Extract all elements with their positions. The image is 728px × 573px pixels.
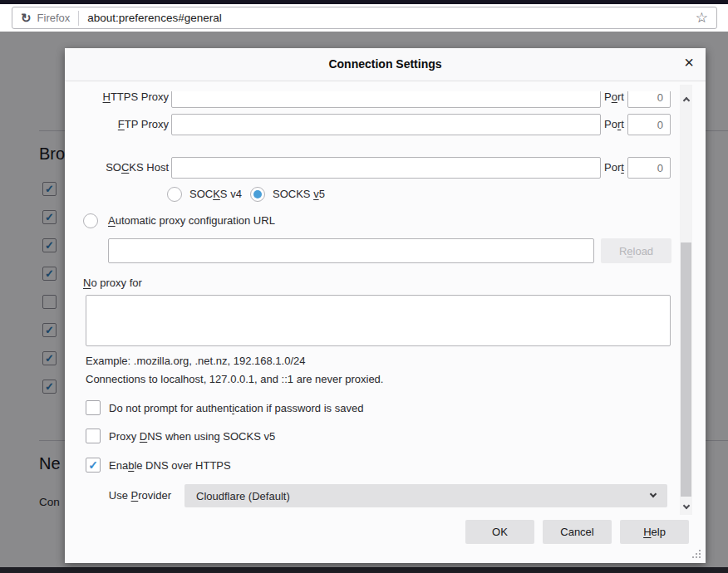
auto-proxy-radio[interactable] — [83, 213, 98, 228]
https-proxy-input[interactable] — [171, 91, 601, 108]
auth-prompt-checkbox[interactable] — [86, 400, 101, 415]
ftp-port-label: Port — [604, 114, 624, 135]
socks-v5-label[interactable]: SOCKS v5 — [273, 186, 325, 203]
url-text[interactable]: about:preferences#general — [87, 12, 695, 24]
socks-port-label: Port — [604, 157, 624, 179]
dns-provider-select[interactable]: Cloudflare (Default) — [184, 484, 667, 507]
ftp-proxy-label: FTP Proxy — [65, 114, 169, 135]
socks-host-row: SOCKS Host Port — [65, 157, 696, 179]
auth-prompt-label[interactable]: Do not prompt for authentication if pass… — [109, 400, 363, 416]
dns-over-https-checkbox[interactable] — [86, 458, 101, 473]
dialog-scroll-area: HTTPS Proxy Port FTP Proxy Port SOCKS Ho… — [65, 91, 706, 515]
https-proxy-label: HTTPS Proxy — [65, 91, 169, 108]
ok-button[interactable]: OK — [465, 520, 534, 544]
dialog-header: Connection Settings — [65, 48, 706, 81]
no-proxy-note-text: Connections to localhost, 127.0.0.1, and… — [86, 373, 383, 385]
ftp-port-input[interactable] — [627, 114, 671, 135]
socks-host-label: SOCKS Host — [65, 157, 169, 179]
connection-settings-dialog: Connection Settings HTTPS Proxy Port FTP… — [65, 48, 706, 563]
socks-host-input[interactable] — [171, 157, 601, 179]
auto-proxy-label[interactable]: Automatic proxy configuration URL — [108, 213, 275, 229]
auto-proxy-url-input[interactable] — [108, 238, 594, 263]
no-proxy-label: No proxy for — [83, 277, 142, 289]
scrollbar-thumb[interactable] — [681, 242, 691, 497]
no-proxy-example-text: Example: .mozilla.org, .net.nz, 192.168.… — [86, 355, 306, 367]
proxy-dns-label[interactable]: Proxy DNS when using SOCKS v5 — [109, 429, 275, 444]
socks-v4-radio[interactable] — [167, 187, 182, 202]
ftp-proxy-input[interactable] — [171, 114, 601, 135]
help-button[interactable]: Help — [620, 520, 689, 544]
https-port-input[interactable] — [627, 91, 671, 108]
resize-grip[interactable] — [692, 550, 702, 560]
screen: Firefox about:preferences#general Bro Ne… — [0, 0, 728, 573]
no-proxy-textarea[interactable] — [86, 295, 671, 346]
proxy-dns-row: Proxy DNS when using SOCKS v5 — [65, 429, 696, 445]
socks-port-input[interactable] — [627, 157, 671, 179]
dialog-title: Connection Settings — [65, 57, 706, 71]
socks-v4-label[interactable]: SOCKS v4 — [189, 186, 242, 203]
bookmark-star-icon[interactable] — [696, 11, 708, 25]
scrollbar-up-icon[interactable] — [680, 91, 692, 105]
https-port-label: Port — [604, 91, 624, 108]
proxy-dns-checkbox[interactable] — [86, 429, 101, 443]
firefox-logo-icon — [21, 12, 32, 24]
browser-name-label: Firefox — [37, 12, 71, 24]
scrollbar[interactable] — [680, 85, 692, 515]
socks-version-row: SOCKS v4 SOCKS v5 — [65, 186, 696, 204]
ftp-proxy-row: FTP Proxy Port — [65, 114, 696, 135]
urlbar-separator — [78, 11, 79, 26]
url-bar[interactable]: Firefox about:preferences#general — [12, 7, 717, 29]
scrollbar-down-icon[interactable] — [680, 497, 692, 510]
dns-provider-value: Cloudflare (Default) — [196, 490, 651, 502]
reload-button[interactable]: Reload — [601, 238, 671, 263]
browser-toolbar: Firefox about:preferences#general — [0, 4, 728, 32]
chevron-down-icon — [650, 491, 657, 497]
use-provider-label: Use Provider — [65, 484, 171, 507]
close-icon[interactable] — [684, 54, 694, 71]
https-proxy-row: HTTPS Proxy Port — [65, 91, 696, 108]
auto-proxy-row: Automatic proxy configuration URL — [65, 213, 696, 231]
auto-proxy-url-row: Reload — [65, 238, 696, 263]
cancel-button[interactable]: Cancel — [543, 520, 612, 544]
auth-prompt-row: Do not prompt for authentication if pass… — [65, 400, 696, 417]
dns-over-https-row: Enable DNS over HTTPS — [65, 458, 696, 474]
dns-provider-row: Use Provider Cloudflare (Default) — [65, 484, 696, 507]
socks-v5-radio[interactable] — [250, 187, 265, 202]
dns-over-https-label[interactable]: Enable DNS over HTTPS — [109, 458, 231, 473]
